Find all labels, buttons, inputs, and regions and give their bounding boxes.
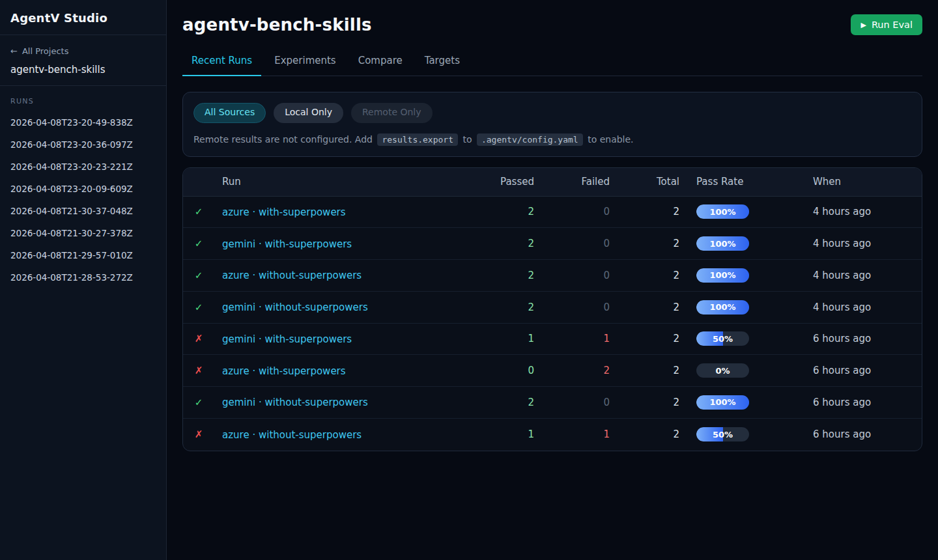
failed-count: 1: [534, 333, 610, 344]
failed-count: 0: [534, 206, 610, 217]
table-row[interactable]: ✓gemini · with-superpowers202100%4 hours…: [183, 228, 922, 260]
total-count: 2: [610, 238, 679, 249]
pass-rate-label: 100%: [696, 204, 749, 219]
run-link[interactable]: gemini · without-superpowers: [222, 301, 368, 313]
sidebar-run-list: 2026-04-08T23-20-49-838Z2026-04-08T23-20…: [10, 111, 156, 288]
run-link[interactable]: azure · without-superpowers: [222, 270, 362, 281]
table-row[interactable]: ✓azure · without-superpowers202100%4 hou…: [183, 260, 922, 292]
app-window: AgentV Studio ← All Projects agentv-benc…: [0, 0, 938, 560]
note-prefix: Remote results are not configured. Add: [193, 134, 373, 145]
run-link[interactable]: azure · without-superpowers: [222, 429, 362, 441]
failed-count: 0: [534, 301, 610, 313]
run-eval-label: Run Eval: [872, 20, 913, 30]
back-link-label: All Projects: [22, 46, 69, 56]
tab-targets[interactable]: Targets: [416, 55, 469, 76]
runs-section-label: RUNS: [10, 97, 156, 105]
sidebar-run-item[interactable]: 2026-04-08T23-20-49-838Z: [10, 111, 156, 133]
source-filter-chips: All SourcesLocal OnlyRemote Only: [193, 103, 911, 123]
pass-rate-pill: 50%: [696, 331, 749, 346]
when-value: 4 hours ago: [813, 270, 922, 281]
passed-count: 2: [456, 238, 534, 249]
check-icon: ✓: [195, 206, 203, 217]
passed-count: 2: [456, 206, 534, 217]
passed-count: 2: [456, 397, 534, 408]
tab-experiments[interactable]: Experiments: [265, 55, 345, 76]
failed-count: 0: [534, 397, 610, 408]
when-value: 6 hours ago: [813, 397, 922, 408]
sidebar-run-item[interactable]: 2026-04-08T23-20-36-097Z: [10, 133, 156, 156]
column-header-when: When: [813, 176, 922, 188]
main-content: agentv-bench-skills ▶ Run Eval Recent Ru…: [167, 0, 938, 560]
remote-config-note: Remote results are not configured. Add r…: [193, 134, 911, 145]
sidebar-runs-section: RUNS 2026-04-08T23-20-49-838Z2026-04-08T…: [0, 86, 166, 296]
check-icon: ✓: [195, 238, 203, 249]
run-link[interactable]: azure · with-superpowers: [222, 206, 346, 218]
table-row[interactable]: ✗gemini · with-superpowers11250%6 hours …: [183, 324, 922, 356]
back-to-projects-link[interactable]: ← All Projects: [10, 46, 68, 56]
run-eval-button[interactable]: ▶ Run Eval: [851, 14, 922, 35]
sidebar-run-item[interactable]: 2026-04-08T23-20-23-221Z: [10, 156, 156, 178]
app-title: AgentV Studio: [10, 11, 156, 25]
when-value: 4 hours ago: [813, 206, 922, 217]
when-value: 6 hours ago: [813, 365, 922, 376]
pass-rate-label: 100%: [696, 268, 749, 283]
page-header: agentv-bench-skills ▶ Run Eval: [182, 14, 922, 35]
total-count: 2: [610, 428, 679, 440]
pass-rate-label: 100%: [696, 236, 749, 251]
total-count: 2: [610, 301, 679, 313]
note-middle: to: [462, 134, 472, 145]
tab-recent-runs[interactable]: Recent Runs: [182, 55, 261, 76]
run-link[interactable]: gemini · without-superpowers: [222, 397, 368, 408]
when-value: 6 hours ago: [813, 428, 922, 440]
runs-table-body: ✓azure · with-superpowers202100%4 hours …: [183, 197, 922, 451]
sidebar-run-item[interactable]: 2026-04-08T21-30-27-378Z: [10, 222, 156, 244]
run-link[interactable]: gemini · with-superpowers: [222, 238, 352, 250]
sidebar-run-item[interactable]: 2026-04-08T21-30-37-048Z: [10, 200, 156, 222]
column-header-run: Run: [214, 176, 456, 188]
passed-count: 1: [456, 333, 534, 344]
pass-rate-pill: 100%: [696, 300, 749, 315]
passed-count: 1: [456, 428, 534, 440]
sidebar-run-item[interactable]: 2026-04-08T21-29-57-010Z: [10, 244, 156, 266]
passed-count: 2: [456, 301, 534, 313]
play-icon: ▶: [860, 21, 866, 29]
when-value: 6 hours ago: [813, 333, 922, 344]
pass-rate-label: 0%: [696, 363, 749, 378]
pass-rate-pill: 100%: [696, 236, 749, 251]
filter-chip-all-sources[interactable]: All Sources: [193, 103, 266, 123]
filter-chip-remote-only: Remote Only: [351, 103, 433, 123]
pass-rate-pill: 100%: [696, 395, 749, 410]
failed-count: 0: [534, 270, 610, 281]
left-arrow-icon: ←: [10, 46, 18, 56]
pass-rate-label: 100%: [696, 300, 749, 315]
total-count: 2: [610, 270, 679, 281]
failed-count: 1: [534, 428, 610, 440]
sidebar-project-section: ← All Projects agentv-bench-skills: [0, 35, 166, 86]
passed-count: 0: [456, 365, 534, 376]
table-row[interactable]: ✓gemini · without-superpowers202100%4 ho…: [183, 292, 922, 324]
failed-count: 2: [534, 365, 610, 376]
table-row[interactable]: ✓gemini · without-superpowers202100%6 ho…: [183, 387, 922, 419]
total-count: 2: [610, 397, 679, 408]
table-row[interactable]: ✗azure · without-superpowers11250%6 hour…: [183, 419, 922, 451]
pass-rate-label: 50%: [696, 331, 749, 346]
code-config-yaml: .agentv/config.yaml: [477, 133, 583, 146]
sidebar-run-item[interactable]: 2026-04-08T21-28-53-272Z: [10, 266, 156, 288]
check-icon: ✓: [195, 270, 203, 281]
pass-rate-pill: 50%: [696, 427, 749, 441]
run-link[interactable]: gemini · with-superpowers: [222, 333, 352, 345]
total-count: 2: [610, 333, 679, 344]
filter-chip-local-only[interactable]: Local Only: [274, 103, 343, 123]
when-value: 4 hours ago: [813, 238, 922, 249]
sidebar-run-item[interactable]: 2026-04-08T23-20-09-609Z: [10, 178, 156, 200]
page-title: agentv-bench-skills: [182, 15, 372, 35]
note-suffix: to enable.: [588, 134, 633, 145]
table-row[interactable]: ✓azure · with-superpowers202100%4 hours …: [183, 197, 922, 229]
column-header-pass-rate: Pass Rate: [679, 176, 813, 188]
cross-icon: ✗: [195, 365, 203, 376]
table-row[interactable]: ✗azure · with-superpowers0220%6 hours ag…: [183, 355, 922, 387]
check-icon: ✓: [195, 301, 203, 313]
pass-rate-pill: 100%: [696, 268, 749, 283]
tab-compare[interactable]: Compare: [349, 55, 412, 76]
run-link[interactable]: azure · with-superpowers: [222, 365, 346, 377]
